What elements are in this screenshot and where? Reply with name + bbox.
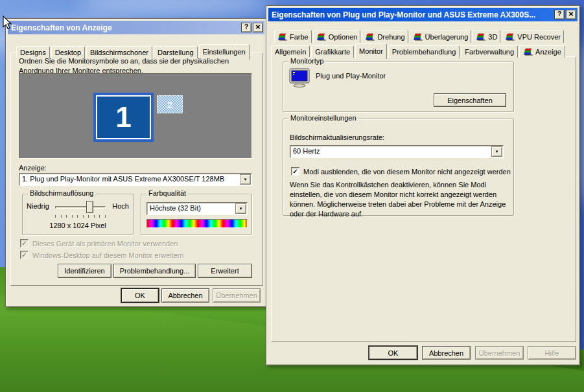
hide-modes-checkbox[interactable]: ✓ (291, 167, 299, 176)
refresh-rate-value: 60 Hertz (290, 146, 491, 157)
tab-farbe[interactable]: Farbe (274, 30, 312, 43)
monitor-1[interactable]: 1 (93, 93, 154, 142)
tab-farbverwaltung[interactable]: Farbverwaltung (461, 45, 518, 58)
monitor-type-group: Monitortyp Plug und Play-Monitor Eigensc… (283, 62, 514, 112)
tab-problembehandlung[interactable]: Problembehandlung (388, 45, 460, 58)
display-properties-titlebar[interactable]: Eigenschaften von Anzeige ? ✕ (8, 21, 264, 34)
tab-drehung[interactable]: Drehung (362, 30, 408, 43)
ati-icon (413, 33, 423, 41)
close-button[interactable]: ✕ (566, 10, 576, 19)
slider-ticks (55, 215, 106, 218)
ati-icon (523, 48, 533, 56)
color-depth-preview-bar (146, 219, 248, 228)
ati-icon (476, 33, 486, 41)
identify-button[interactable]: Identifizieren (58, 264, 111, 278)
advanced-button[interactable]: Erweitert (198, 264, 252, 278)
display-combobox[interactable]: 1. Plug und Play-Monitor mit ASUS Extrem… (19, 173, 252, 186)
extend-desktop-checkbox[interactable]: ✓ (20, 251, 29, 259)
window-title: Eigenschaften von Plug und Play-Monitor … (272, 10, 553, 19)
close-button[interactable]: ✕ (253, 23, 263, 32)
help-button[interactable]: ? (241, 23, 251, 32)
resolution-group-title: Bildschirmauflösung (28, 189, 95, 197)
crt-monitor-icon (289, 68, 310, 87)
tab-grafikkarte[interactable]: Grafikkarte (311, 45, 354, 58)
refresh-rate-label: Bildschirmaktualisierungsrate: (290, 133, 384, 141)
ati-icon (277, 33, 288, 41)
hide-modes-checkbox-row: ✓ Modi ausblenden, die von diesem Monito… (291, 167, 511, 176)
monitor-preview-area: 1 2 (19, 73, 252, 159)
ati-icon (505, 33, 515, 41)
chevron-down-icon[interactable]: ▼ (240, 174, 251, 185)
resolution-value: 1280 x 1024 Pixel (23, 222, 133, 229)
resolution-high-label: Hoch (112, 202, 129, 210)
extend-desktop-label: Windows-Desktop auf diesem Monitor erwei… (32, 251, 184, 259)
resolution-slider-track[interactable] (55, 206, 106, 209)
ati-tab-strip-lower: Allgemein Grafikkarte Monitor Problembeh… (271, 42, 566, 58)
window-title: Eigenschaften von Anzeige (11, 23, 240, 32)
resolution-slider-thumb[interactable] (86, 201, 93, 213)
chevron-down-icon[interactable]: ▼ (235, 203, 246, 214)
tab-ueberlagerung[interactable]: Überlagerung (410, 30, 472, 43)
monitor-2[interactable]: 2 (157, 95, 183, 113)
color-quality-value: Höchste (32 Bit) (147, 203, 235, 214)
mouse-cursor (3, 16, 12, 30)
ati-icon (316, 33, 327, 41)
tab-3d[interactable]: 3D (473, 30, 500, 43)
primary-monitor-label: Dieses Gerät als primären Monitor verwen… (32, 240, 178, 248)
display-properties-window: Eigenschaften von Anzeige ? ✕ Designs De… (5, 18, 267, 307)
refresh-rate-combobox[interactable]: 60 Hertz ▼ (290, 145, 504, 158)
troubleshoot-button[interactable]: Problembehandlung... (113, 264, 196, 278)
monitor-settings-group: Monitoreinstellungen Bildschirmaktualisi… (283, 119, 514, 216)
ati-tab-strip-upper: Farbe Optionen Drehung Überlagerung 3D V… (274, 29, 565, 43)
display-combobox-value: 1. Plug und Play-Monitor mit ASUS Extrem… (19, 174, 239, 185)
monitor-type-group-title: Monitortyp (288, 57, 325, 65)
warning-text: Wenn Sie das Kontrollkästchen deaktivier… (290, 180, 508, 219)
apply-button[interactable]: Übernehmen (475, 346, 524, 360)
tab-anzeige[interactable]: Anzeige (519, 45, 565, 58)
resolution-low-label: Niedrig (27, 202, 49, 210)
monitor-settings-group-title: Monitoreinstellungen (288, 114, 358, 122)
resolution-group: Bildschirmauflösung Niedrig Hoch 1280 x … (22, 194, 134, 235)
ok-button[interactable]: OK (121, 288, 159, 303)
color-quality-group-title: Farbqualität (146, 189, 188, 197)
hide-modes-label: Modi ausblenden, die von diesem Monitor … (303, 168, 511, 176)
apply-button[interactable]: Übernehmen (213, 288, 261, 303)
primary-monitor-checkbox[interactable]: ✓ (20, 239, 29, 248)
cancel-button[interactable]: Abbrechen (422, 346, 471, 360)
extend-desktop-checkbox-row: ✓ Windows-Desktop auf diesem Monitor erw… (20, 251, 184, 259)
monitor-properties-window: Eigenschaften von Plug und Play-Monitor … (266, 5, 580, 365)
help-button-footer[interactable]: Hilfe (528, 346, 576, 360)
chevron-down-icon[interactable]: ▼ (491, 146, 502, 157)
monitor-properties-button[interactable]: Eigenschaften (434, 93, 506, 107)
tab-allgemein[interactable]: Allgemein (271, 45, 310, 58)
color-quality-group: Farbqualität Höchste (32 Bit) ▼ (141, 194, 252, 235)
ok-button[interactable]: OK (369, 346, 417, 360)
tab-optionen[interactable]: Optionen (313, 30, 361, 43)
ati-icon (365, 33, 375, 41)
color-quality-combobox[interactable]: Höchste (32 Bit) ▼ (146, 202, 248, 215)
tab-vpu-recover[interactable]: VPU Recover (502, 30, 564, 43)
desktop-background: Eigenschaften von Anzeige ? ✕ Designs De… (0, 0, 584, 392)
monitor-properties-titlebar[interactable]: Eigenschaften von Plug und Play-Monitor … (268, 8, 578, 21)
primary-monitor-checkbox-row: ✓ Dieses Gerät als primären Monitor verw… (20, 239, 178, 248)
cancel-button[interactable]: Abbrechen (161, 288, 209, 303)
help-button[interactable]: ? (554, 10, 565, 19)
monitor-type-name: Plug und Play-Monitor (316, 72, 386, 80)
tab-monitor[interactable]: Monitor (355, 43, 387, 59)
display-label: Anzeige: (19, 164, 47, 172)
